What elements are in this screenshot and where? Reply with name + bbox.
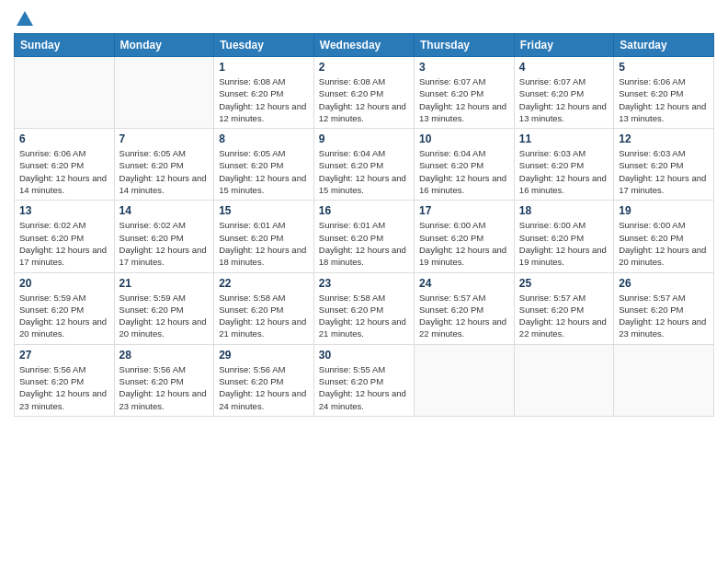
calendar-header-thursday: Thursday [415, 34, 515, 57]
calendar-header-wednesday: Wednesday [313, 34, 414, 57]
day-info: Sunrise: 6:03 AM Sunset: 6:20 PM Dayligh… [519, 147, 609, 196]
day-info: Sunrise: 6:07 AM Sunset: 6:20 PM Dayligh… [519, 75, 609, 124]
day-info: Sunrise: 6:01 AM Sunset: 6:20 PM Dayligh… [319, 219, 409, 268]
day-number: 23 [319, 277, 409, 290]
day-info: Sunrise: 6:02 AM Sunset: 6:20 PM Dayligh… [119, 219, 210, 268]
week-row-5: 27Sunrise: 5:56 AM Sunset: 6:20 PM Dayli… [15, 344, 714, 416]
day-number: 5 [619, 61, 709, 74]
calendar-cell: 27Sunrise: 5:56 AM Sunset: 6:20 PM Dayli… [15, 344, 115, 416]
day-info: Sunrise: 6:08 AM Sunset: 6:20 PM Dayligh… [219, 75, 309, 124]
day-number: 12 [619, 132, 709, 145]
day-number: 19 [619, 204, 709, 217]
calendar-cell: 21Sunrise: 5:59 AM Sunset: 6:20 PM Dayli… [114, 272, 214, 344]
day-number: 26 [619, 277, 709, 290]
header [14, 9, 714, 26]
calendar-cell: 12Sunrise: 6:03 AM Sunset: 6:20 PM Dayli… [614, 129, 714, 201]
calendar-cell [15, 57, 115, 129]
calendar-cell: 6Sunrise: 6:06 AM Sunset: 6:20 PM Daylig… [15, 129, 115, 201]
day-info: Sunrise: 6:05 AM Sunset: 6:20 PM Dayligh… [219, 147, 309, 196]
day-info: Sunrise: 5:57 AM Sunset: 6:20 PM Dayligh… [519, 292, 609, 340]
calendar-cell: 10Sunrise: 6:04 AM Sunset: 6:20 PM Dayli… [415, 129, 515, 201]
day-info: Sunrise: 6:05 AM Sunset: 6:20 PM Dayligh… [119, 147, 210, 196]
day-number: 7 [119, 132, 210, 145]
day-number: 6 [19, 132, 109, 145]
day-number: 1 [219, 61, 309, 74]
week-row-2: 6Sunrise: 6:06 AM Sunset: 6:20 PM Daylig… [15, 129, 714, 201]
day-info: Sunrise: 6:06 AM Sunset: 6:20 PM Dayligh… [19, 147, 109, 196]
calendar-cell: 29Sunrise: 5:56 AM Sunset: 6:20 PM Dayli… [214, 344, 314, 416]
day-info: Sunrise: 6:02 AM Sunset: 6:20 PM Dayligh… [19, 219, 109, 268]
day-info: Sunrise: 5:56 AM Sunset: 6:20 PM Dayligh… [119, 363, 210, 412]
calendar-cell: 28Sunrise: 5:56 AM Sunset: 6:20 PM Dayli… [114, 344, 214, 416]
day-number: 3 [419, 61, 509, 74]
calendar-cell: 15Sunrise: 6:01 AM Sunset: 6:20 PM Dayli… [214, 201, 314, 272]
day-number: 27 [19, 349, 109, 362]
calendar-cell: 3Sunrise: 6:07 AM Sunset: 6:20 PM Daylig… [415, 57, 515, 129]
day-number: 10 [419, 132, 509, 145]
day-info: Sunrise: 6:04 AM Sunset: 6:20 PM Dayligh… [419, 147, 509, 196]
day-number: 17 [419, 204, 509, 217]
calendar-cell: 17Sunrise: 6:00 AM Sunset: 6:20 PM Dayli… [415, 201, 515, 272]
calendar-cell: 4Sunrise: 6:07 AM Sunset: 6:20 PM Daylig… [514, 57, 613, 129]
calendar-cell: 24Sunrise: 5:57 AM Sunset: 6:20 PM Dayli… [415, 272, 515, 344]
calendar-cell: 19Sunrise: 6:00 AM Sunset: 6:20 PM Dayli… [614, 201, 714, 272]
calendar-cell: 9Sunrise: 6:04 AM Sunset: 6:20 PM Daylig… [313, 129, 414, 201]
week-row-1: 1Sunrise: 6:08 AM Sunset: 6:20 PM Daylig… [15, 57, 714, 129]
svg-marker-0 [17, 11, 33, 26]
calendar-cell: 14Sunrise: 6:02 AM Sunset: 6:20 PM Dayli… [114, 201, 214, 272]
calendar-cell: 11Sunrise: 6:03 AM Sunset: 6:20 PM Dayli… [514, 129, 613, 201]
day-number: 22 [219, 277, 309, 290]
logo [14, 9, 36, 26]
day-number: 4 [519, 61, 609, 74]
day-number: 29 [219, 349, 309, 362]
calendar-cell: 7Sunrise: 6:05 AM Sunset: 6:20 PM Daylig… [114, 129, 214, 201]
calendar-cell: 26Sunrise: 5:57 AM Sunset: 6:20 PM Dayli… [614, 272, 714, 344]
calendar-header-saturday: Saturday [614, 34, 714, 57]
calendar-header-friday: Friday [514, 34, 613, 57]
day-number: 30 [319, 349, 409, 362]
day-number: 20 [19, 277, 109, 290]
week-row-4: 20Sunrise: 5:59 AM Sunset: 6:20 PM Dayli… [15, 272, 714, 344]
day-number: 28 [119, 349, 210, 362]
calendar-cell: 5Sunrise: 6:06 AM Sunset: 6:20 PM Daylig… [614, 57, 714, 129]
day-number: 18 [519, 204, 609, 217]
calendar-cell: 20Sunrise: 5:59 AM Sunset: 6:20 PM Dayli… [15, 272, 115, 344]
calendar-cell [514, 344, 613, 416]
day-info: Sunrise: 5:57 AM Sunset: 6:20 PM Dayligh… [419, 292, 509, 340]
day-number: 8 [219, 132, 309, 145]
calendar-header-row: SundayMondayTuesdayWednesdayThursdayFrid… [15, 34, 714, 57]
calendar-cell [415, 344, 515, 416]
day-number: 21 [119, 277, 210, 290]
logo-text [14, 9, 36, 29]
day-number: 15 [219, 204, 309, 217]
calendar-cell: 30Sunrise: 5:55 AM Sunset: 6:20 PM Dayli… [313, 344, 414, 416]
calendar-cell [114, 57, 214, 129]
day-number: 16 [319, 204, 409, 217]
day-number: 13 [19, 204, 109, 217]
calendar-header-sunday: Sunday [15, 34, 115, 57]
calendar-header-tuesday: Tuesday [214, 34, 314, 57]
day-number: 14 [119, 204, 210, 217]
calendar-cell: 8Sunrise: 6:05 AM Sunset: 6:20 PM Daylig… [214, 129, 314, 201]
day-number: 25 [519, 277, 609, 290]
calendar-table: SundayMondayTuesdayWednesdayThursdayFrid… [14, 33, 714, 417]
calendar-header-monday: Monday [114, 34, 214, 57]
day-info: Sunrise: 6:03 AM Sunset: 6:20 PM Dayligh… [619, 147, 709, 196]
day-info: Sunrise: 5:58 AM Sunset: 6:20 PM Dayligh… [319, 292, 409, 340]
day-number: 2 [319, 61, 409, 74]
week-row-3: 13Sunrise: 6:02 AM Sunset: 6:20 PM Dayli… [15, 201, 714, 272]
day-info: Sunrise: 5:59 AM Sunset: 6:20 PM Dayligh… [119, 292, 210, 340]
day-info: Sunrise: 5:57 AM Sunset: 6:20 PM Dayligh… [619, 292, 709, 340]
day-number: 9 [319, 132, 409, 145]
day-info: Sunrise: 5:58 AM Sunset: 6:20 PM Dayligh… [219, 292, 309, 340]
calendar-cell: 22Sunrise: 5:58 AM Sunset: 6:20 PM Dayli… [214, 272, 314, 344]
day-number: 11 [519, 132, 609, 145]
day-info: Sunrise: 6:00 AM Sunset: 6:20 PM Dayligh… [519, 219, 609, 268]
day-info: Sunrise: 5:56 AM Sunset: 6:20 PM Dayligh… [19, 363, 109, 412]
day-info: Sunrise: 6:06 AM Sunset: 6:20 PM Dayligh… [619, 75, 709, 124]
calendar-cell: 16Sunrise: 6:01 AM Sunset: 6:20 PM Dayli… [313, 201, 414, 272]
day-info: Sunrise: 6:00 AM Sunset: 6:20 PM Dayligh… [619, 219, 709, 268]
calendar-cell [614, 344, 714, 416]
calendar-cell: 2Sunrise: 6:08 AM Sunset: 6:20 PM Daylig… [313, 57, 414, 129]
page: SundayMondayTuesdayWednesdayThursdayFrid… [0, 0, 728, 563]
